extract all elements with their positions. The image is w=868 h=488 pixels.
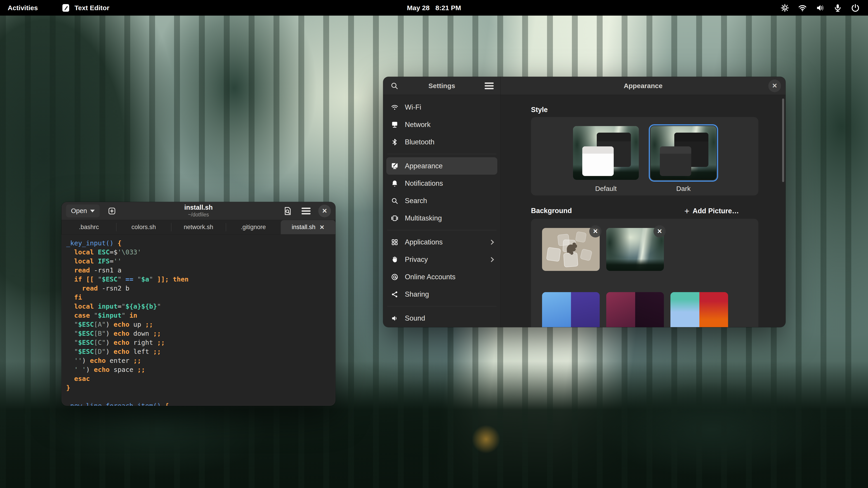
sidebar-item-label: Sound: [405, 314, 425, 322]
system-status-area[interactable]: [772, 0, 868, 15]
code-line: _new_line_foreach_item() {: [66, 401, 332, 406]
settings-search-icon[interactable]: [388, 79, 401, 92]
settings-close-button[interactable]: ✕: [768, 79, 781, 92]
editor-tab[interactable]: .bashrc: [61, 220, 116, 234]
style-option-dark[interactable]: Dark: [651, 126, 716, 193]
sidebar-item-search[interactable]: Search: [386, 192, 497, 209]
code-line: "$ESC[C") echo right ;;: [66, 338, 332, 347]
tab-label: install.sh: [291, 224, 315, 231]
tab-label: .gitignore: [241, 224, 266, 231]
style-preview-dark: [651, 126, 716, 180]
code-line: read -rsn1 a: [66, 266, 332, 275]
panel-headerbar: Appearance ✕: [501, 77, 785, 95]
clock-time: 8:21 PM: [435, 4, 461, 12]
preset-background-blue-purple[interactable]: [542, 292, 600, 327]
hamburger-icon: [485, 83, 494, 89]
style-preview-default: [573, 126, 639, 180]
activities-button[interactable]: Activities: [0, 0, 45, 15]
code-line: '') echo enter ;;: [66, 356, 332, 365]
power-icon: [851, 3, 860, 12]
code-line: esac: [66, 374, 332, 383]
sidebar-item-label: Applications: [405, 238, 442, 246]
sidebar-item-online-accounts[interactable]: Online Accounts: [386, 268, 497, 286]
style-card: DefaultDark: [531, 117, 758, 195]
style-option-default[interactable]: Default: [573, 126, 639, 193]
code-line: "$ESC[B") echo down ;;: [66, 329, 332, 338]
sidebar-item-label: Sharing: [405, 290, 429, 298]
preset-background-maroon[interactable]: [606, 292, 664, 327]
speaker-icon: [391, 314, 399, 323]
code-line: if [[ "$ESC" == "$a" ]]; then: [66, 275, 332, 284]
menu-icon[interactable]: [300, 205, 312, 217]
settings-sidebar: Settings Wi-FiNetworkBluetoothAppearance…: [383, 77, 501, 327]
sidebar-item-network[interactable]: Network: [386, 116, 497, 133]
clock[interactable]: May 28 8:21 PM: [407, 0, 461, 15]
remove-background-icon[interactable]: ✕: [589, 225, 601, 237]
text-editor-icon: [61, 3, 70, 12]
sidebar-item-appearance[interactable]: Appearance: [386, 157, 497, 175]
sidebar-item-wi-fi[interactable]: Wi-Fi: [386, 98, 497, 116]
code-line: _key_input() {: [66, 238, 332, 248]
sidebar-item-label: Network: [405, 121, 431, 129]
top-bar: Activities Text Editor May 28 8:21 PM: [0, 0, 868, 15]
settings-nav-list: Wi-FiNetworkBluetoothAppearanceNotificat…: [383, 95, 500, 327]
sidebar-item-sound[interactable]: Sound: [386, 310, 497, 327]
wifi-icon: [391, 103, 399, 111]
style-section-heading: Style: [531, 106, 548, 114]
code-line: [66, 392, 332, 401]
open-document-button[interactable]: Open: [66, 204, 100, 217]
microphone-icon: [833, 3, 842, 12]
remove-background-icon[interactable]: ✕: [653, 225, 666, 237]
dragon-logo-icon: [561, 238, 581, 258]
sidebar-separator: [387, 306, 496, 306]
document-search-icon[interactable]: [281, 205, 294, 217]
document-folder: ~/dotfiles: [184, 212, 213, 218]
editor-tab[interactable]: colors.sh: [116, 220, 171, 234]
editor-tab[interactable]: network.sh: [171, 220, 226, 234]
chevron-right-icon: [489, 257, 494, 262]
sidebar-item-label: Online Accounts: [405, 273, 456, 281]
sidebar-item-privacy[interactable]: Privacy: [386, 251, 497, 268]
sidebar-item-label: Wi-Fi: [405, 103, 421, 111]
new-tab-button[interactable]: [105, 205, 118, 217]
tab-close-icon[interactable]: ✕: [319, 224, 324, 230]
code-editor[interactable]: _key_input() { local ESC=$'\033' local I…: [61, 234, 336, 406]
share-icon: [391, 290, 399, 299]
sidebar-item-label: Bluetooth: [405, 138, 434, 146]
editor-tab[interactable]: .gitignore: [226, 220, 281, 234]
focused-app-menu[interactable]: Text Editor: [61, 3, 109, 12]
background-card: ✕ ✕: [531, 219, 758, 327]
panel-scrollbar[interactable]: [782, 98, 784, 182]
document-name: install.sh: [184, 204, 213, 211]
code-line: }: [66, 383, 332, 392]
code-line: local IFS='': [66, 257, 332, 266]
code-line: "$ESC[A") echo up ;;: [66, 320, 332, 329]
sidebar-item-applications[interactable]: Applications: [386, 233, 497, 251]
settings-window: Settings Wi-FiNetworkBluetoothAppearance…: [383, 77, 785, 327]
preset-background-blue-orange[interactable]: [671, 292, 728, 327]
appearance-panel: Appearance ✕ Style DefaultDark Backgroun…: [501, 77, 785, 327]
privacy-hand-icon: [391, 255, 399, 264]
sidebar-item-label: Search: [405, 197, 427, 205]
sidebar-item-multitasking[interactable]: Multitasking: [386, 209, 497, 227]
background-thumb-waterfall[interactable]: ✕: [606, 228, 664, 271]
sidebar-item-bluetooth[interactable]: Bluetooth: [386, 133, 497, 151]
editor-close-button[interactable]: ✕: [318, 205, 331, 217]
multitasking-icon: [391, 214, 399, 223]
settings-menu-icon[interactable]: [483, 79, 495, 92]
add-picture-button[interactable]: + Add Picture…: [683, 207, 740, 215]
editor-headerbar: Open install.sh ~/dotfiles ✕: [61, 202, 336, 220]
appearance-icon: [391, 162, 399, 170]
background-thumb-abstract[interactable]: ✕: [542, 228, 600, 271]
sidebar-item-notifications[interactable]: Notifications: [386, 175, 497, 192]
code-line: ' ') echo space ;;: [66, 365, 332, 374]
focused-app-label: Text Editor: [74, 4, 109, 12]
sidebar-item-label: Notifications: [405, 180, 443, 188]
open-button-label: Open: [71, 207, 87, 215]
editor-tab[interactable]: install.sh ✕: [281, 220, 336, 234]
tab-label: colors.sh: [131, 224, 156, 231]
search-icon: [391, 197, 399, 205]
code-line: local input="${a}${b}": [66, 302, 332, 311]
sidebar-item-sharing[interactable]: Sharing: [386, 286, 497, 303]
sidebar-item-label: Privacy: [405, 256, 428, 264]
